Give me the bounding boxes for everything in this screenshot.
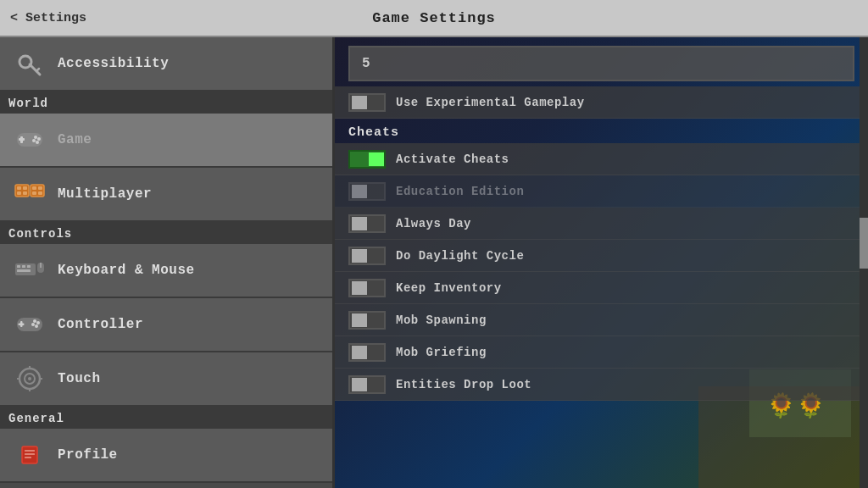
svg-rect-45 bbox=[25, 450, 35, 452]
svg-rect-19 bbox=[38, 186, 42, 190]
svg-rect-15 bbox=[23, 191, 27, 195]
value-number: 5 bbox=[362, 56, 370, 71]
back-button[interactable]: < Settings bbox=[10, 11, 86, 25]
education-edition-label: Education Edition bbox=[396, 185, 524, 198]
experimental-gameplay-label: Use Experimental Gameplay bbox=[396, 96, 585, 109]
svg-rect-18 bbox=[32, 186, 36, 190]
sidebar-item-profile-label: Profile bbox=[58, 447, 118, 463]
section-general: General bbox=[0, 407, 332, 429]
touch-icon bbox=[12, 361, 47, 396]
entities-drop-loot-row[interactable]: Entities Drop Loot bbox=[335, 369, 868, 401]
svg-point-38 bbox=[28, 377, 31, 380]
svg-rect-12 bbox=[17, 186, 21, 190]
svg-point-7 bbox=[37, 137, 41, 141]
svg-rect-10 bbox=[15, 185, 29, 197]
entities-drop-loot-toggle[interactable] bbox=[348, 375, 386, 394]
experimental-toggle-knob bbox=[352, 96, 367, 109]
always-day-toggle[interactable] bbox=[348, 214, 386, 233]
svg-rect-26 bbox=[17, 269, 31, 272]
svg-rect-47 bbox=[25, 457, 31, 458]
svg-rect-16 bbox=[31, 185, 44, 197]
keyboard-icon bbox=[12, 252, 47, 288]
activate-cheats-toggle[interactable] bbox=[348, 150, 386, 169]
sidebar-item-controller[interactable]: Controller bbox=[0, 298, 332, 352]
always-day-label: Always Day bbox=[396, 217, 471, 230]
back-label: < Settings bbox=[10, 11, 86, 25]
svg-rect-46 bbox=[25, 453, 35, 455]
sidebar-item-touch[interactable]: Touch bbox=[0, 352, 332, 407]
sidebar-item-multiplayer[interactable]: Multiplayer bbox=[0, 168, 332, 222]
keep-inventory-row[interactable]: Keep Inventory bbox=[335, 272, 868, 304]
svg-point-35 bbox=[35, 324, 38, 328]
entities-drop-loot-label: Entities Drop Loot bbox=[396, 378, 531, 391]
education-edition-toggle-knob bbox=[352, 185, 367, 198]
mob-spawning-toggle[interactable] bbox=[348, 311, 386, 330]
main-content-area: 🌻🌻 5 Use Experimental Gameplay Cheats bbox=[335, 37, 868, 488]
svg-rect-13 bbox=[23, 186, 27, 190]
keep-inventory-toggle[interactable] bbox=[348, 279, 386, 297]
mob-spawning-row[interactable]: Mob Spawning bbox=[335, 304, 868, 336]
mob-spawning-toggle-knob bbox=[352, 313, 367, 327]
layout: Accessibility World Game bbox=[0, 37, 868, 488]
education-edition-toggle[interactable] bbox=[348, 182, 386, 201]
sidebar-item-accessibility-label: Accessibility bbox=[58, 56, 169, 71]
do-daylight-cycle-toggle-knob bbox=[352, 249, 367, 263]
svg-rect-21 bbox=[38, 191, 42, 195]
mob-griefing-toggle[interactable] bbox=[348, 343, 386, 362]
sidebar-item-keyboard-mouse-label: Keyboard & Mouse bbox=[58, 263, 195, 278]
svg-rect-5 bbox=[19, 138, 25, 141]
header: < Settings Game Settings bbox=[0, 0, 868, 37]
sidebar-item-multiplayer-label: Multiplayer bbox=[58, 186, 152, 202]
key-icon bbox=[12, 46, 47, 81]
do-daylight-cycle-row[interactable]: Do Daylight Cycle bbox=[335, 240, 868, 272]
controller-icon bbox=[12, 122, 47, 158]
value-display: 5 bbox=[348, 46, 854, 81]
section-world: World bbox=[0, 92, 332, 114]
always-day-toggle-knob bbox=[352, 217, 367, 230]
activate-cheats-toggle-knob bbox=[369, 152, 384, 166]
keep-inventory-label: Keep Inventory bbox=[396, 281, 502, 295]
do-daylight-cycle-toggle[interactable] bbox=[348, 247, 386, 265]
profile-icon bbox=[12, 437, 47, 473]
activate-cheats-row[interactable]: Activate Cheats bbox=[335, 143, 868, 175]
svg-point-9 bbox=[36, 141, 39, 144]
cheats-heading-text: Cheats bbox=[348, 125, 399, 140]
mob-spawning-label: Mob Spawning bbox=[396, 313, 487, 327]
mob-griefing-row[interactable]: Mob Griefing bbox=[335, 336, 868, 369]
section-controls: Controls bbox=[0, 222, 332, 244]
svg-rect-20 bbox=[32, 191, 36, 195]
sidebar-item-touch-label: Touch bbox=[58, 371, 101, 386]
svg-rect-31 bbox=[19, 324, 25, 326]
sidebar-item-profile[interactable]: Profile bbox=[0, 429, 332, 483]
svg-point-32 bbox=[33, 319, 36, 323]
sidebar: Accessibility World Game bbox=[0, 37, 335, 488]
scrollbar-thumb[interactable] bbox=[860, 218, 868, 269]
svg-point-33 bbox=[36, 321, 40, 324]
svg-rect-24 bbox=[22, 265, 25, 268]
experimental-gameplay-row[interactable]: Use Experimental Gameplay bbox=[335, 86, 868, 119]
svg-point-34 bbox=[31, 323, 35, 326]
sidebar-item-controller-label: Controller bbox=[58, 317, 143, 332]
experimental-toggle[interactable] bbox=[348, 93, 386, 112]
always-day-row[interactable]: Always Day bbox=[335, 208, 868, 240]
education-edition-row[interactable]: Education Edition bbox=[335, 175, 868, 208]
sidebar-item-game-label: Game bbox=[58, 132, 92, 147]
settings-panel: 5 Use Experimental Gameplay Cheats Activ… bbox=[335, 37, 868, 488]
sidebar-item-keyboard-mouse[interactable]: Keyboard & Mouse bbox=[0, 244, 332, 298]
sidebar-item-game[interactable]: Game bbox=[0, 114, 332, 168]
gamepad-icon bbox=[12, 307, 47, 342]
sidebar-item-accessibility[interactable]: Accessibility bbox=[0, 37, 332, 92]
svg-point-8 bbox=[32, 139, 36, 142]
do-daylight-cycle-label: Do Daylight Cycle bbox=[396, 249, 524, 263]
keep-inventory-toggle-knob bbox=[352, 281, 367, 295]
activate-cheats-label: Activate Cheats bbox=[396, 152, 509, 166]
page-title: Game Settings bbox=[372, 10, 496, 26]
svg-rect-14 bbox=[17, 191, 21, 195]
svg-line-2 bbox=[36, 69, 39, 71]
mob-griefing-label: Mob Griefing bbox=[396, 346, 487, 359]
mob-griefing-toggle-knob bbox=[352, 346, 367, 359]
svg-rect-25 bbox=[27, 265, 31, 268]
multiplayer-icon bbox=[12, 176, 47, 212]
svg-rect-23 bbox=[17, 265, 20, 268]
scrollbar[interactable] bbox=[860, 37, 868, 488]
